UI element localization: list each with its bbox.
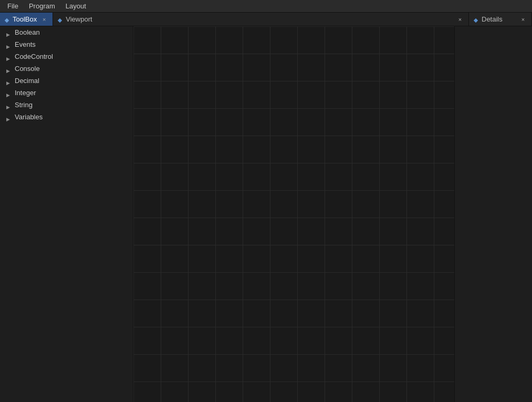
toolbox-item-integer[interactable]: Integer bbox=[0, 87, 133, 99]
tab-toolbox-label: ToolBox bbox=[13, 15, 37, 23]
tree-arrow-icon bbox=[6, 54, 12, 59]
toolbox-item-string[interactable]: String bbox=[0, 99, 133, 111]
toolbox-item-codecontrol[interactable]: CodeControl bbox=[0, 50, 133, 63]
tab-viewport-close[interactable]: × bbox=[456, 15, 464, 24]
tree-arrow-icon bbox=[6, 78, 12, 84]
tree-arrow-icon bbox=[6, 102, 12, 108]
toolbox-item-label: Decimal bbox=[15, 77, 39, 85]
tree-arrow-icon bbox=[6, 115, 12, 120]
toolbox-item-label: String bbox=[15, 101, 33, 109]
toolbox-item-label: Boolean bbox=[15, 28, 40, 36]
tab-toolbox-close[interactable]: × bbox=[40, 15, 48, 24]
tab-details-close[interactable]: × bbox=[519, 15, 527, 24]
toolbox-item-boolean[interactable]: Boolean bbox=[0, 26, 133, 38]
menu-program[interactable]: Program bbox=[24, 1, 60, 11]
toolbox-item-label: CodeControl bbox=[15, 53, 53, 60]
toolbox-item-decimal[interactable]: Decimal bbox=[0, 75, 133, 87]
toolbox-tab-icon bbox=[4, 17, 9, 22]
svg-marker-0 bbox=[5, 18, 9, 23]
menu-bar: File Program Layout bbox=[0, 0, 532, 13]
menu-file[interactable]: File bbox=[2, 1, 24, 11]
tree-arrow-icon bbox=[6, 66, 12, 71]
tab-viewport[interactable]: Viewport × bbox=[53, 13, 469, 26]
tree-arrow-icon bbox=[6, 42, 12, 47]
toolbox-item-label: Events bbox=[15, 40, 36, 48]
tab-details[interactable]: Details × bbox=[469, 13, 532, 26]
details-panel bbox=[454, 26, 532, 402]
tree-arrow-icon bbox=[6, 30, 12, 35]
tab-details-label: Details bbox=[482, 15, 503, 23]
toolbox-item-label: Console bbox=[15, 65, 40, 73]
tree-arrow-icon bbox=[6, 90, 12, 96]
main-layout: BooleanEventsCodeControlConsoleDecimalIn… bbox=[0, 26, 532, 402]
toolbox-item-label: Variables bbox=[15, 113, 43, 121]
svg-marker-3 bbox=[474, 18, 478, 23]
viewport-panel[interactable] bbox=[133, 26, 454, 402]
details-tab-icon bbox=[473, 17, 478, 22]
toolbox-item-console[interactable]: Console bbox=[0, 63, 133, 75]
toolbox-item-variables[interactable]: Variables bbox=[0, 111, 133, 123]
svg-marker-2 bbox=[58, 18, 62, 23]
toolbox-item-events[interactable]: Events bbox=[0, 38, 133, 50]
toolbox-panel: BooleanEventsCodeControlConsoleDecimalIn… bbox=[0, 26, 133, 402]
viewport-tab-icon bbox=[57, 17, 62, 22]
tab-toolbox[interactable]: ToolBox × bbox=[0, 13, 53, 26]
tab-bar: ToolBox × Viewport × Details × bbox=[0, 13, 532, 26]
menu-layout[interactable]: Layout bbox=[60, 1, 91, 11]
tab-viewport-label: Viewport bbox=[66, 15, 92, 23]
viewport-grid bbox=[133, 26, 454, 402]
toolbox-item-label: Integer bbox=[15, 89, 36, 97]
